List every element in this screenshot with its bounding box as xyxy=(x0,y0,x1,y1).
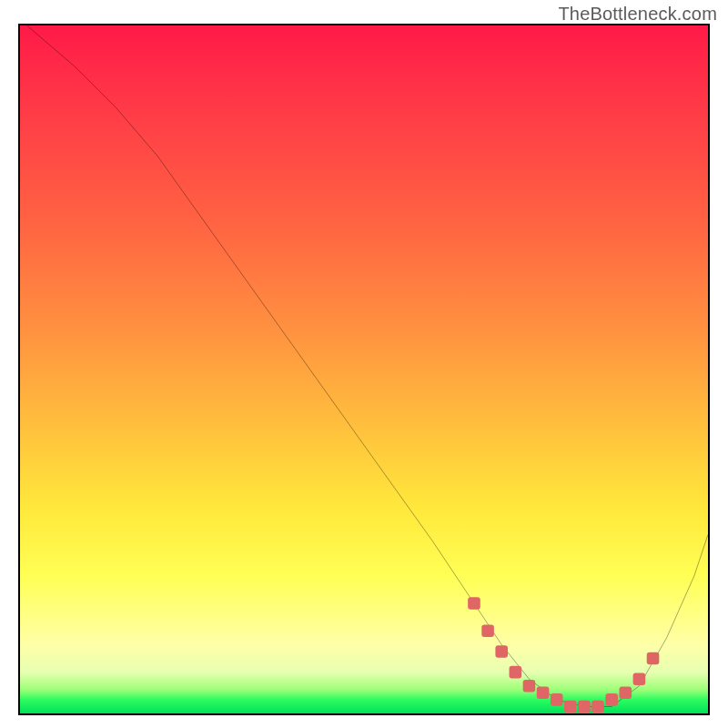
marker-dot xyxy=(495,645,508,658)
curve-svg xyxy=(20,25,708,713)
curve-black xyxy=(27,25,708,706)
marker-dot xyxy=(578,701,591,713)
plot-area xyxy=(18,24,710,715)
marker-dot xyxy=(619,687,632,700)
marker-dot xyxy=(510,666,522,679)
highlight-markers xyxy=(468,597,659,713)
marker-dot xyxy=(564,701,577,713)
marker-dot xyxy=(551,693,563,706)
marker-dot xyxy=(468,597,480,610)
marker-dot xyxy=(523,680,536,693)
watermark-text: TheBottleneck.com xyxy=(558,4,717,25)
marker-dot xyxy=(647,652,660,665)
marker-dot xyxy=(481,624,494,637)
marker-dot xyxy=(605,693,618,706)
marker-dot xyxy=(633,672,646,685)
chart-container: TheBottleneck.com xyxy=(0,0,728,728)
marker-dot xyxy=(537,687,550,700)
marker-dot xyxy=(592,701,604,713)
